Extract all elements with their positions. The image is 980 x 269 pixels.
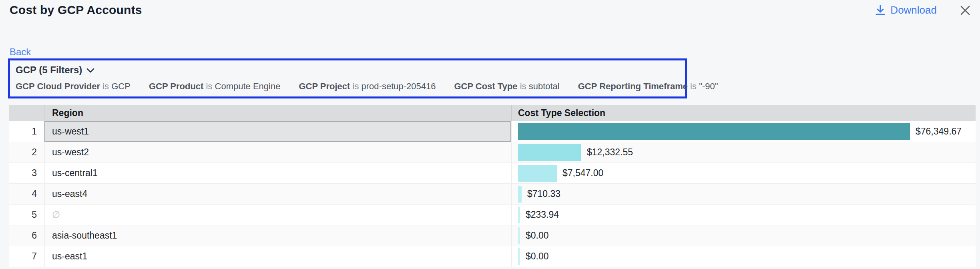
region-cell[interactable]: us-west2 <box>44 142 511 163</box>
filter-summary-toggle[interactable]: GCP (5 Filters) <box>16 64 95 76</box>
filter-item: GCP Cost Type is subtotal <box>454 81 559 92</box>
region-cell[interactable]: us-east1 <box>44 246 511 267</box>
cost-cell: $233.94 <box>511 205 976 225</box>
download-icon <box>875 5 886 16</box>
table-header-row: Region Cost Type Selection <box>9 105 976 121</box>
filter-value: "-90" <box>699 81 718 91</box>
cost-bar <box>518 144 581 161</box>
table-body: 1us-west1$76,349.672us-west2$12,332.553u… <box>9 121 976 267</box>
cost-bar <box>518 165 557 182</box>
row-index: 5 <box>9 205 44 225</box>
cost-bar <box>518 227 520 244</box>
cost-bar <box>518 248 520 265</box>
cost-value-label: $12,332.55 <box>587 147 633 158</box>
filter-field-name: GCP Project <box>299 81 350 91</box>
row-index: 7 <box>9 246 44 267</box>
filter-item: GCP Product is Compute Engine <box>149 81 281 92</box>
filter-field-name: GCP Cost Type <box>454 81 517 91</box>
row-index: 1 <box>9 121 44 142</box>
filter-summary-label: GCP (5 Filters) <box>16 64 82 76</box>
cost-cell: $0.00 <box>511 246 976 267</box>
cost-table: Region Cost Type Selection 1us-west1$76,… <box>9 105 976 267</box>
cost-cell: $7,547.00 <box>511 163 976 183</box>
column-header-region[interactable]: Region <box>44 105 511 121</box>
chevron-down-icon <box>86 64 95 76</box>
row-index: 4 <box>9 184 44 204</box>
filter-item: GCP Cloud Provider is GCP <box>16 81 131 92</box>
table-row[interactable]: 3us-central1$7,547.00 <box>9 163 976 183</box>
cost-value-label: $233.94 <box>526 209 559 220</box>
cost-bar <box>518 207 520 223</box>
region-cell[interactable]: us-central1 <box>44 163 511 183</box>
filter-value: GCP <box>111 81 131 91</box>
filter-operator: is <box>518 81 529 91</box>
page-title: Cost by GCP Accounts <box>10 3 142 17</box>
filter-operator: is <box>688 81 699 91</box>
table-row[interactable]: 1us-west1$76,349.67 <box>9 121 976 142</box>
filter-field-name: GCP Cloud Provider <box>16 81 100 91</box>
row-index: 6 <box>9 225 44 246</box>
filter-item: GCP Reporting Timeframe is "-90" <box>578 81 718 92</box>
cost-value-label: $7,547.00 <box>562 168 603 179</box>
filter-operator: is <box>203 81 215 91</box>
table-row[interactable]: 4us-east4$710.33 <box>9 183 976 204</box>
filter-box: GCP (5 Filters) GCP Cloud Provider is GC… <box>8 58 687 98</box>
table-row[interactable]: 5∅$233.94 <box>9 204 976 225</box>
cost-bar <box>518 123 910 140</box>
row-index: 3 <box>9 163 44 183</box>
region-cell[interactable]: asia-southeast1 <box>44 225 511 246</box>
filter-value: subtotal <box>529 81 560 91</box>
region-cell[interactable]: us-east4 <box>44 184 511 204</box>
table-row[interactable]: 2us-west2$12,332.55 <box>9 142 976 163</box>
column-header-cost-type-selection[interactable]: Cost Type Selection <box>511 105 976 121</box>
cost-value-label: $710.33 <box>527 189 560 199</box>
filter-value: prod-setup-205416 <box>361 81 436 91</box>
cost-value-label: $0.00 <box>526 230 549 241</box>
filter-field-name: GCP Product <box>149 81 204 91</box>
row-index: 2 <box>9 142 44 163</box>
cost-by-gcp-accounts-panel: Cost by GCP Accounts Download Back GCP (… <box>0 0 980 269</box>
region-cell[interactable]: ∅ <box>44 205 511 225</box>
filter-item-list: GCP Cloud Provider is GCPGCP Product is … <box>16 81 679 92</box>
filter-value: Compute Engine <box>215 81 281 91</box>
cost-cell: $12,332.55 <box>511 142 976 163</box>
column-header-index <box>9 105 44 121</box>
region-cell[interactable]: us-west1 <box>44 121 511 142</box>
filter-field-name: GCP Reporting Timeframe <box>578 81 688 91</box>
cost-cell: $710.33 <box>511 184 976 204</box>
download-label: Download <box>890 4 937 16</box>
cost-value-label: $76,349.67 <box>916 126 962 137</box>
filter-item: GCP Project is prod-setup-205416 <box>299 81 436 92</box>
cost-cell: $0.00 <box>511 225 976 246</box>
close-icon[interactable] <box>959 4 971 16</box>
cost-cell: $76,349.67 <box>511 121 976 142</box>
filter-operator: is <box>350 81 361 91</box>
cost-bar <box>518 186 522 203</box>
download-button[interactable]: Download <box>875 4 937 16</box>
top-actions: Download <box>875 4 971 16</box>
cost-value-label: $0.00 <box>526 251 549 262</box>
table-row[interactable]: 6asia-southeast1$0.00 <box>9 225 976 246</box>
filter-operator: is <box>100 81 111 91</box>
back-link[interactable]: Back <box>10 46 31 58</box>
table-row[interactable]: 7us-east1$0.00 <box>9 246 976 267</box>
